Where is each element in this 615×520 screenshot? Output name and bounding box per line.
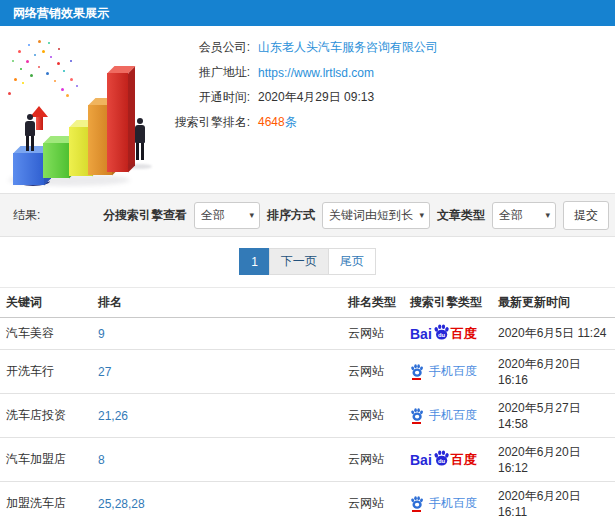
keyword-cell: 汽车美容 [0, 318, 95, 350]
rank-count-unit: 条 [285, 115, 297, 129]
rank-link[interactable]: 21,26 [95, 394, 345, 438]
article-select[interactable]: 全部 [492, 202, 556, 229]
window-title-bar: 网络营销效果展示 [0, 0, 615, 26]
col-rank-type: 排名类型 [345, 288, 407, 318]
company-label: 会员公司: [170, 39, 250, 56]
bar-red [107, 73, 128, 172]
mobile-baidu-text: 手机百度 [429, 495, 477, 512]
info-row-rank-count: 搜索引擎排名: 4648条 [170, 110, 615, 135]
updated-cell: 2020年6月20日 16:12 [495, 438, 615, 482]
rank-type-cell: 云网站 [345, 482, 407, 520]
svg-text:du: du [438, 458, 446, 464]
businessman-right [133, 118, 147, 160]
engine-rank-value: 4648条 [258, 114, 297, 131]
baidu-paw-icon: du [433, 324, 450, 340]
sort-label: 排序方式 [267, 207, 315, 224]
table-row: 汽车加盟店 8 云网站 Bai du 百度 [0, 438, 615, 482]
rank-type-cell: 云网站 [345, 350, 407, 394]
table-header-row: 关键词 排名 排名类型 搜索引擎类型 最新更新时间 [0, 288, 615, 318]
col-engine-type: 搜索引擎类型 [407, 288, 495, 318]
info-row-company: 会员公司: 山东老人头汽车服务咨询有限公司 [170, 35, 615, 60]
company-link[interactable]: 山东老人头汽车服务咨询有限公司 [258, 39, 438, 56]
mobile-baidu-red-underline [412, 378, 421, 380]
pagination: 1 下一页 尾页 [0, 248, 615, 275]
engine-cell: Bai du 百度 [407, 438, 495, 482]
open-time-label: 开通时间: [170, 89, 250, 106]
bar-chart-clipart [0, 30, 180, 190]
page-title: 网络营销效果展示 [0, 5, 109, 22]
baidu-paw-icon: du [433, 450, 450, 466]
engine-filter-label: 分搜索引擎查看 [103, 207, 187, 224]
result-label: 结果: [13, 207, 40, 224]
page-1-button[interactable]: 1 [239, 248, 270, 275]
info-row-url: 推广地址: https://www.lrtlsd.com [170, 60, 615, 85]
keyword-cell: 洗车店投资 [0, 394, 95, 438]
info-panel: 会员公司: 山东老人头汽车服务咨询有限公司 推广地址: https://www.… [0, 26, 615, 193]
sort-select-wrap: 关键词由短到长排序 [322, 202, 430, 229]
keyword-cell: 加盟洗车店 [0, 482, 95, 520]
submit-button[interactable]: 提交 [563, 201, 609, 230]
updated-cell: 2020年6月20日 16:16 [495, 350, 615, 394]
engine-select-wrap: 全部 [194, 202, 260, 229]
baidu-cn-text: 百度 [451, 325, 477, 343]
updated-cell: 2020年6月5日 11:24 [495, 318, 615, 350]
results-table: 关键词 排名 排名类型 搜索引擎类型 最新更新时间 汽车美容 9 云网站 Bai… [0, 287, 615, 520]
col-updated: 最新更新时间 [495, 288, 615, 318]
rank-count-number: 4648 [258, 115, 285, 129]
engine-cell: Bai du 百度 [407, 482, 495, 520]
promo-url-link[interactable]: https://www.lrtlsd.com [258, 66, 374, 80]
col-rank: 排名 [95, 288, 345, 318]
last-page-button[interactable]: 尾页 [328, 248, 376, 275]
baidu-bai-text: Bai [410, 452, 432, 468]
member-info: 会员公司: 山东老人头汽车服务咨询有限公司 推广地址: https://www.… [170, 26, 615, 135]
col-keyword: 关键词 [0, 288, 95, 318]
bar-green [43, 143, 69, 178]
keyword-cell: 汽车加盟店 [0, 438, 95, 482]
info-row-opened: 开通时间: 2020年4月29日 09:13 [170, 85, 615, 110]
engine-cell: Bai du 百度 [407, 350, 495, 394]
rank-type-cell: 云网站 [345, 438, 407, 482]
mobile-baidu-logo: 手机百度 [410, 495, 477, 512]
baidu-bai-text: Bai [410, 326, 432, 342]
table-row: 洗车店投资 21,26 云网站 Bai du 百度 [0, 394, 615, 438]
rank-link[interactable]: 9 [95, 318, 345, 350]
article-select-wrap: 全部 [492, 202, 556, 229]
table-row: 汽车美容 9 云网站 Bai du 百度 [0, 318, 615, 350]
mobile-baidu-paw-icon [410, 408, 424, 424]
mobile-baidu-paw-icon [410, 496, 424, 512]
filter-controls: 分搜索引擎查看 全部 排序方式 关键词由短到长排序 文章类型 全部 提交 [103, 201, 609, 230]
rank-link[interactable]: 8 [95, 438, 345, 482]
mobile-baidu-text: 手机百度 [429, 363, 477, 380]
baidu-cn-text: 百度 [451, 451, 477, 469]
svg-text:du: du [438, 332, 446, 338]
engine-cell: Bai du 百度 [407, 318, 495, 350]
updated-cell: 2020年6月20日 16:11 [495, 482, 615, 520]
updated-cell: 2020年5月27日 14:58 [495, 394, 615, 438]
bar-blue [13, 153, 44, 185]
baidu-pc-logo: Bai du 百度 [410, 324, 477, 343]
engine-cell: Bai du 百度 [407, 394, 495, 438]
filter-bar: 结果: 分搜索引擎查看 全部 排序方式 关键词由短到长排序 文章类型 全部 提交 [0, 193, 615, 237]
rank-type-cell: 云网站 [345, 394, 407, 438]
mobile-baidu-logo: 手机百度 [410, 363, 477, 380]
table-row: 加盟洗车店 25,28,28 云网站 Bai du 百度 [0, 482, 615, 520]
rank-link[interactable]: 25,28,28 [95, 482, 345, 520]
mobile-baidu-paw-icon [410, 364, 424, 380]
next-page-button[interactable]: 下一页 [269, 248, 329, 275]
table-row: 开洗车行 27 云网站 Bai du 百度 [0, 350, 615, 394]
mobile-baidu-logo: 手机百度 [410, 407, 477, 424]
mobile-baidu-red-underline [412, 422, 421, 424]
engine-rank-label: 搜索引擎排名: [170, 114, 250, 131]
article-type-label: 文章类型 [437, 207, 485, 224]
rank-type-cell: 云网站 [345, 318, 407, 350]
rank-link[interactable]: 27 [95, 350, 345, 394]
mobile-baidu-red-underline [412, 510, 421, 512]
open-time-value: 2020年4月29日 09:13 [258, 89, 374, 106]
engine-select[interactable]: 全部 [194, 202, 260, 229]
man-shadow [128, 164, 152, 169]
businessman-left [23, 114, 37, 151]
baidu-pc-logo: Bai du 百度 [410, 450, 477, 469]
mobile-baidu-text: 手机百度 [429, 407, 477, 424]
promo-url-label: 推广地址: [170, 64, 250, 81]
sort-select[interactable]: 关键词由短到长排序 [322, 202, 430, 229]
